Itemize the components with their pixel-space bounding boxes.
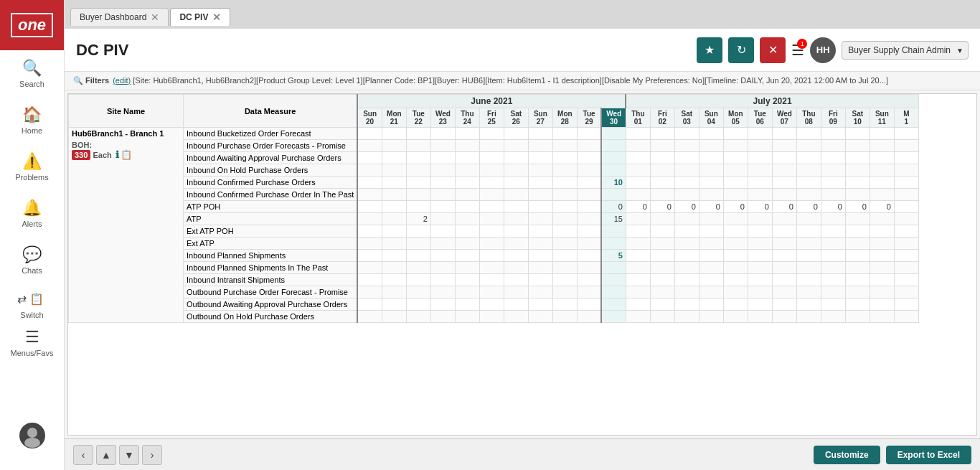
table-row: Inbound Purchase Order Forecasts - Promi… [69, 140, 919, 152]
data-cell [674, 152, 699, 164]
data-cell [479, 299, 504, 311]
filters-text: [Site: Hub6Branch1, Hub6Branch2][Product… [133, 76, 888, 85]
filters-edit-link[interactable]: (edit) [113, 76, 131, 85]
filters-label: Filters [85, 76, 109, 85]
data-cell [406, 311, 430, 323]
data-cell [796, 225, 821, 238]
export-button[interactable]: Export to Excel [886, 446, 971, 464]
info-icon[interactable]: ℹ [116, 149, 119, 160]
data-cell [430, 189, 455, 201]
user-role-label: Buyer Supply Chain Admin [848, 45, 951, 55]
table-row: Ext ATP POH [69, 225, 919, 238]
data-cell [552, 189, 577, 201]
data-cell [894, 299, 918, 311]
sidebar-label-menus: Menus/Favs [11, 349, 54, 357]
data-cell [357, 164, 382, 177]
data-cell [748, 311, 772, 323]
data-cell [845, 274, 870, 286]
data-cell [870, 299, 894, 311]
menu-button[interactable]: ☰ 1 [791, 42, 804, 59]
data-cell: 0 [699, 201, 723, 213]
data-cell [601, 225, 626, 238]
data-cell [723, 128, 748, 140]
data-cell [357, 225, 382, 238]
tab-buyer-dashboard-close[interactable]: ✕ [151, 12, 159, 22]
data-cell [650, 299, 674, 311]
nav-down-button[interactable]: ▼ [119, 445, 139, 465]
data-cell [772, 189, 796, 201]
data-cell [528, 213, 552, 225]
data-cell [382, 201, 406, 213]
data-cell [406, 189, 430, 201]
data-cell [772, 152, 796, 164]
tab-dc-piv[interactable]: DC PIV ✕ [170, 8, 230, 26]
data-cell [382, 238, 406, 250]
data-cell [699, 152, 723, 164]
header: DC PIV ★ ↻ ✕ ☰ 1 HH Buyer Supply Chain A… [65, 29, 980, 72]
data-measure-cell: Inbound Planned Shipments [184, 250, 358, 262]
data-cell [430, 201, 455, 213]
day-header-Mon28: Mon28 [552, 108, 577, 128]
data-cell [406, 128, 430, 140]
tab-buyer-dashboard[interactable]: Buyer Dashboard ✕ [70, 8, 169, 26]
data-cell [699, 299, 723, 311]
star-button[interactable]: ★ [697, 37, 722, 63]
tab-dc-piv-close[interactable]: ✕ [212, 12, 221, 22]
sidebar-item-menus-favs[interactable]: ☰ Menus/Favs [0, 319, 64, 366]
sidebar-item-alerts[interactable]: 🔔 Alerts [0, 190, 64, 237]
customize-button[interactable]: Customize [814, 446, 880, 464]
sidebar-item-home[interactable]: 🏠 Home [0, 97, 64, 144]
nav-right-button[interactable]: › [142, 445, 162, 465]
data-cell [772, 299, 796, 311]
data-cell [577, 189, 601, 201]
data-cell [796, 311, 821, 323]
data-cell [577, 140, 601, 152]
data-cell [382, 140, 406, 152]
copy-icon[interactable]: 📋 [121, 149, 132, 160]
close-button[interactable]: ✕ [760, 37, 786, 63]
data-cell [357, 262, 382, 274]
data-cell [772, 128, 796, 140]
data-cell [601, 262, 626, 274]
page-title: DC PIV [76, 41, 128, 60]
sidebar-item-profile[interactable] [0, 414, 64, 464]
user-section: HH Buyer Supply Chain Admin ▼ [810, 37, 969, 63]
table-row: ATP215 [69, 213, 919, 225]
data-cell [601, 152, 626, 164]
nav-up-button[interactable]: ▲ [96, 445, 116, 465]
sidebar-item-chats[interactable]: 💬 Chats [0, 237, 64, 283]
data-cell [577, 274, 601, 286]
grid-scroll-container[interactable]: Site Name Data Measure June 2021 July 20… [68, 94, 976, 435]
data-cell [430, 274, 455, 286]
data-cell [723, 177, 748, 189]
table-row: Inbound Planned Shipments In The Past [69, 262, 919, 274]
day-header-Fri09: Fri09 [821, 108, 845, 128]
profile-icon [19, 423, 45, 453]
table-row: ATP POH000000000000 [69, 201, 919, 213]
data-cell [504, 299, 528, 311]
data-cell [406, 286, 430, 299]
data-cell [894, 189, 918, 201]
data-cell [406, 152, 430, 164]
data-cell [504, 274, 528, 286]
data-cell [821, 299, 845, 311]
site-name-cell: Hub6Branch1 - Branch 1 BOH: 330 Each ℹ 📋 [69, 128, 184, 323]
data-cell [821, 286, 845, 299]
data-cell [894, 213, 918, 225]
data-cell [406, 299, 430, 311]
nav-left-button[interactable]: ‹ [73, 445, 93, 465]
refresh-button[interactable]: ↻ [728, 37, 754, 63]
data-cell [748, 250, 772, 262]
main-area: Buyer Dashboard ✕ DC PIV ✕ DC PIV ★ ↻ ✕ … [65, 0, 980, 470]
user-dropdown[interactable]: Buyer Supply Chain Admin ▼ [842, 41, 969, 60]
sidebar-item-problems[interactable]: ⚠️ Problems [0, 144, 64, 190]
data-cell [577, 201, 601, 213]
data-cell [455, 225, 479, 238]
data-cell [601, 274, 626, 286]
data-cell [430, 311, 455, 323]
data-cell: 0 [723, 201, 748, 213]
data-cell [650, 262, 674, 274]
data-cell [796, 152, 821, 164]
sidebar-item-search[interactable]: 🔍 Search [0, 50, 64, 97]
nav-left-icon: ‹ [82, 449, 85, 461]
